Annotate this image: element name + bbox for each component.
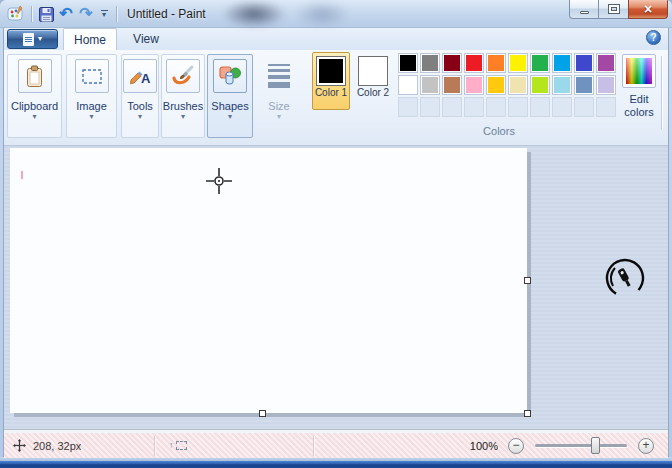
ribbon-group-label: Brushes [163,100,203,112]
paint-app-icon [5,3,27,25]
close-icon: × [644,2,652,16]
palette-color-7f7f7f[interactable] [420,53,440,73]
colors-group-label: Colors [434,125,564,137]
palette-color-ed1c24[interactable] [464,53,484,73]
separator [116,6,117,22]
palette-color-fff200[interactable] [508,53,528,73]
palette-empty-slot [442,97,462,117]
application-menu-button[interactable]: ▾ [7,29,58,49]
color2-swatch [358,56,388,86]
selection-size-section: ↑ [155,441,313,450]
select-icon[interactable] [75,59,109,93]
chevron-down-icon: ▾ [181,113,185,121]
close-button[interactable]: × [628,0,668,19]
canvas[interactable] [10,148,527,413]
maximize-icon [609,5,619,13]
chevron-down-icon: ▾ [138,113,142,121]
tools-icon[interactable]: A [123,59,157,93]
crosshair-cursor [205,167,233,195]
separator [313,436,314,456]
canvas-resize-handle-bottom[interactable] [259,410,266,417]
color1-button[interactable]: Color 1 [312,52,350,110]
palette-color-ffaec9[interactable] [464,75,484,95]
undo-button[interactable]: ↶ [56,3,76,25]
zoom-in-button[interactable]: + [638,438,654,454]
maximize-button[interactable] [599,0,628,19]
paint-stroke [21,171,23,179]
palette-color-3f48cc[interactable] [574,53,594,73]
chevron-down-icon: ▾ [228,113,232,121]
color1-swatch [316,56,346,86]
help-button[interactable]: ? [646,30,661,45]
clipboard-icon[interactable] [18,59,52,93]
ribbon-group-label: Tools [127,100,153,112]
color2-button[interactable]: Color 2 [354,52,392,110]
palette-empty-slot [596,97,616,117]
palette-color-b97a57[interactable] [442,75,462,95]
palette-color-b5e61d[interactable] [530,75,550,95]
zoom-level: 100% [470,440,498,452]
window-border-right [668,28,672,461]
palette-color-ffc90e[interactable] [486,75,506,95]
palette-color-c8bfe7[interactable] [596,75,616,95]
taskbar [0,461,672,468]
ribbon-group-image[interactable]: Image ▾ [66,54,117,138]
ribbon-group-brushes[interactable]: Brushes ▾ [161,54,205,138]
minimize-icon [580,11,589,14]
tab-view[interactable]: View [120,28,172,50]
zoom-controls: 100% − + [470,433,668,458]
palette-color-99d9ea[interactable] [552,75,572,95]
palette-color-ffffff[interactable] [398,75,418,95]
glass-reflection [295,0,350,28]
palette-empty-slot [398,97,418,117]
chevron-down-icon: ▾ [38,35,42,43]
zoom-out-button[interactable]: − [508,438,524,454]
color-palette [398,53,616,117]
palette-empty-slot [486,97,506,117]
svg-text:A: A [141,71,151,86]
ribbon-tab-row: ▾ Home View ? [4,28,668,50]
tab-home[interactable]: Home [63,28,117,50]
statusbar: 208, 32px ↑ 100% − + [4,433,668,458]
cursor-coordinates: 208, 32px [33,440,81,452]
palette-color-880015[interactable] [442,53,462,73]
chevron-down-icon: ▾ [102,12,106,18]
canvas-resize-handle-corner[interactable] [524,410,531,417]
palette-empty-slot [530,97,550,117]
palette-empty-slot [574,97,594,117]
save-icon [39,7,54,22]
edit-colors-label: Edit colors [617,93,661,119]
glass-reflection [222,0,286,28]
chevron-down-icon: ▾ [277,113,281,121]
cursor-position-section: 208, 32px [4,439,154,452]
edit-colors-button[interactable]: Edit colors [614,52,664,128]
ribbon-group-label: Clipboard [11,100,58,112]
palette-empty-slot [508,97,528,117]
selection-arrow-icon: ↑ [169,441,174,450]
palette-color-a349a4[interactable] [596,53,616,73]
chevron-down-icon: ▾ [32,113,36,121]
move-icon [13,439,26,452]
ribbon-group-tools[interactable]: A Tools ▾ [121,54,159,138]
chevron-down-icon: ▾ [89,113,93,121]
canvas-resize-handle-right[interactable] [524,277,531,284]
quick-access-toolbar: ↶ ↷ ▾ Untitled - Paint [0,0,206,28]
ribbon-group-clipboard[interactable]: Clipboard ▾ [7,54,62,138]
palette-color-00a2e8[interactable] [552,53,572,73]
minimize-button[interactable] [569,0,599,19]
palette-color-7092be[interactable] [574,75,594,95]
palette-color-c3c3c3[interactable] [420,75,440,95]
redo-button[interactable]: ↷ [76,3,96,25]
paint-window: ↶ ↷ ▾ Untitled - Paint × ▾ Home View ? [0,0,672,468]
palette-color-22b14c[interactable] [530,53,550,73]
zoom-slider-thumb[interactable] [591,437,600,454]
palette-color-efe4b0[interactable] [508,75,528,95]
ribbon-group-shapes[interactable]: Shapes ▾ [207,54,253,138]
qat-customize-button[interactable]: ▾ [96,3,112,25]
zoom-slider-track[interactable] [535,444,627,447]
save-button[interactable] [36,3,56,25]
palette-color-ff7f27[interactable] [486,53,506,73]
palette-color-000000[interactable] [398,53,418,73]
brush-icon[interactable] [166,59,200,93]
shapes-icon[interactable] [213,59,247,93]
